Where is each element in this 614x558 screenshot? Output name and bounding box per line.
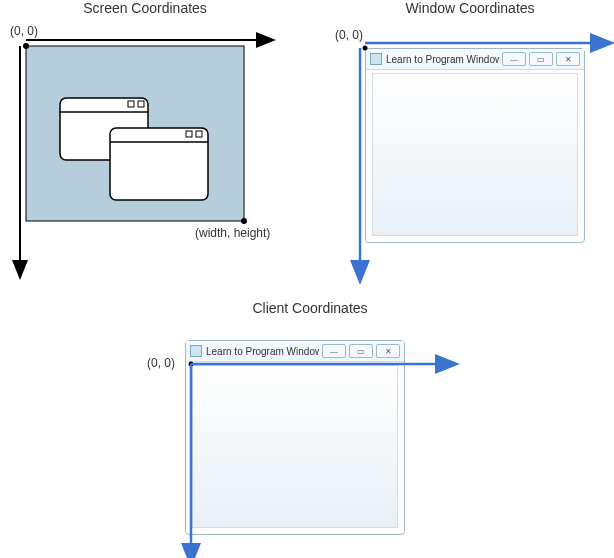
close-glyph: ✕	[565, 55, 572, 64]
client-coordinates-diagram: Client Coordinates (0, 0) Learn to Progr…	[155, 300, 465, 558]
screen-title: Screen Coordinates	[10, 0, 280, 16]
mini-window-front-icon	[110, 128, 208, 200]
svg-point-2	[241, 218, 247, 224]
client-minimize-button-icon: —	[322, 344, 346, 358]
window-origin-dot	[363, 46, 368, 51]
client-maximize-glyph: ▭	[357, 347, 365, 356]
client-origin-dot	[189, 362, 194, 367]
client-app-client-area	[192, 365, 398, 528]
window-origin-label: (0, 0)	[335, 28, 363, 42]
close-button-icon: ✕	[556, 52, 580, 66]
client-close-button-icon: ✕	[376, 344, 400, 358]
client-origin-label: (0, 0)	[147, 356, 175, 370]
app-titlebar: Learn to Program Windows — ▭ ✕	[366, 49, 584, 70]
maximize-button-icon: ▭	[529, 52, 553, 66]
client-title: Client Coordinates	[155, 300, 465, 316]
screen-svg	[10, 18, 280, 298]
screen-coordinates-diagram: Screen Coordinates (0, 0)	[10, 0, 280, 298]
screen-dim-label: (width, height)	[195, 226, 270, 240]
maximize-glyph: ▭	[537, 55, 545, 64]
client-close-glyph: ✕	[385, 347, 392, 356]
app-window-title: Learn to Program Windows	[386, 54, 499, 65]
client-maximize-button-icon: ▭	[349, 344, 373, 358]
client-app-window: Learn to Program Windows — ▭ ✕	[185, 340, 405, 535]
minimize-glyph: —	[510, 55, 518, 64]
app-client-area	[372, 73, 578, 236]
client-diagram-area: (0, 0) Learn to Program Windows — ▭ ✕	[155, 318, 465, 558]
window-title: Window Coordinates	[335, 0, 605, 16]
screen-diagram-area: (0, 0)	[10, 18, 280, 298]
client-app-icon	[190, 345, 202, 357]
client-app-titlebar: Learn to Program Windows — ▭ ✕	[186, 341, 404, 362]
window-diagram-area: (0, 0) Learn to Program Windows — ▭ ✕	[335, 18, 605, 298]
app-window: Learn to Program Windows — ▭ ✕	[365, 48, 585, 243]
svg-rect-9	[110, 128, 208, 200]
app-icon	[370, 53, 382, 65]
client-minimize-glyph: —	[330, 347, 338, 356]
minimize-button-icon: —	[502, 52, 526, 66]
window-coordinates-diagram: Window Coordinates (0, 0) Learn to Progr…	[335, 0, 605, 298]
client-app-window-title: Learn to Program Windows	[206, 346, 319, 357]
svg-point-1	[23, 43, 29, 49]
